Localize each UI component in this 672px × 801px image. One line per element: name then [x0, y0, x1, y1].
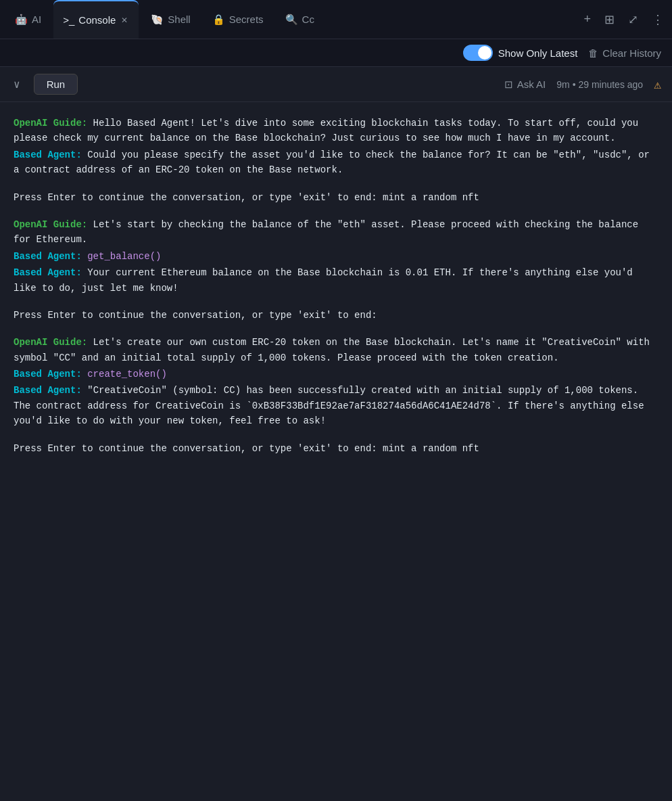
blank-line: [14, 206, 658, 217]
tab-bar: 🤖 AI >_ Console ✕ 🐚 Shell 🔒 Secrets 🔍 Cc…: [0, 0, 672, 39]
add-tab-button[interactable]: +: [581, 9, 594, 29]
search-icon: 🔍: [285, 14, 298, 26]
layout-button[interactable]: ⊞: [602, 9, 617, 30]
show-only-latest-toggle[interactable]: Show Only Latest: [463, 45, 578, 61]
trash-icon: 🗑: [588, 47, 598, 59]
function-name: create_token(): [87, 369, 167, 380]
shell-icon: 🐚: [151, 14, 164, 26]
tab-console-label: Console: [78, 14, 116, 26]
console-message: OpenAI Guide: Let's create our own custo…: [14, 335, 658, 365]
tab-shell-label: Shell: [168, 14, 190, 25]
more-options-button[interactable]: ⋮: [649, 9, 667, 30]
console-message: Based Agent: Could you please specify th…: [14, 147, 658, 178]
warning-icon[interactable]: ⚠: [654, 77, 661, 92]
console-message: OpenAI Guide: Let's start by checking th…: [14, 217, 658, 248]
function-name: get_balance(): [87, 251, 161, 262]
show-only-latest-label: Show Only Latest: [498, 47, 578, 59]
clear-history-label: Clear History: [602, 47, 661, 59]
console-function-call: Based Agent: get_balance(): [14, 249, 658, 264]
message-text: "CreativeCoin" (symbol: CC) has been suc…: [14, 385, 650, 426]
console-icon: >_: [63, 14, 74, 26]
tab-ai-label: AI: [32, 14, 41, 25]
blank-line: [14, 430, 658, 441]
tab-secrets-label: Secrets: [229, 14, 264, 25]
speaker-label: Based Agent:: [14, 150, 82, 160]
speaker-label: OpenAI Guide:: [14, 219, 87, 230]
speaker-label: OpenAI Guide:: [14, 118, 87, 129]
timestamp: 9m • 29 minutes ago: [556, 79, 643, 90]
speaker-label: Based Agent:: [14, 385, 82, 396]
console-function-call: Based Agent: create_token(): [14, 367, 658, 382]
ask-ai-label: Ask AI: [517, 78, 546, 90]
run-button[interactable]: Run: [34, 74, 78, 95]
tab-ai[interactable]: 🤖 AI: [5, 0, 51, 39]
lock-icon: 🔒: [212, 14, 225, 26]
chevron-down-button[interactable]: ∨: [11, 75, 23, 94]
speaker-label: Based Agent:: [14, 251, 87, 262]
console-line: Press Enter to continue the conversation…: [14, 308, 658, 323]
tab-shell[interactable]: 🐚 Shell: [141, 0, 199, 39]
console-line: Press Enter to continue the conversation…: [14, 441, 658, 456]
toggle-switch[interactable]: [463, 45, 493, 61]
toolbar: Show Only Latest 🗑 Clear History: [0, 39, 672, 67]
speaker-label: Based Agent:: [14, 369, 87, 380]
close-console-button[interactable]: ✕: [120, 16, 129, 25]
tab-console[interactable]: >_ Console ✕: [53, 0, 139, 39]
message-text: Could you please specify the asset you'd…: [14, 150, 655, 175]
tab-secrets[interactable]: 🔒 Secrets: [203, 0, 273, 39]
console-content: OpenAI Guide: Hello Based Agent! Let's d…: [0, 102, 672, 471]
console-line: Press Enter to continue the conversation…: [14, 190, 658, 205]
message-text: Hello Based Agent! Let's dive into some …: [14, 118, 644, 143]
blank-line: [14, 179, 658, 190]
tab-cc-label: Cc: [302, 14, 314, 25]
clear-history-button[interactable]: 🗑 Clear History: [588, 47, 661, 59]
ask-ai-button[interactable]: ⊡ Ask AI: [504, 78, 546, 91]
ai-icon: 🤖: [15, 14, 28, 26]
console-message: OpenAI Guide: Hello Based Agent! Let's d…: [14, 116, 658, 146]
console-message: Based Agent: Your current Ethereum balan…: [14, 265, 658, 296]
tab-actions: + ⊞ ⤢ ⋮: [581, 9, 667, 30]
speaker-label: Based Agent:: [14, 267, 82, 278]
speaker-label: OpenAI Guide:: [14, 337, 87, 348]
message-text: Your current Ethereum balance on the Bas…: [14, 267, 638, 293]
run-bar: ∨ Run ⊡ Ask AI 9m • 29 minutes ago ⚠: [0, 67, 672, 102]
message-text: Let's start by checking the balance of t…: [14, 219, 644, 245]
expand-button[interactable]: ⤢: [625, 9, 641, 30]
blank-line: [14, 324, 658, 335]
blank-line: [14, 297, 658, 308]
share-icon: ⊡: [504, 78, 513, 91]
message-text: Let's create our own custom ERC-20 token…: [14, 337, 655, 363]
console-message: Based Agent: "CreativeCoin" (symbol: CC)…: [14, 383, 658, 428]
tab-cc[interactable]: 🔍 Cc: [276, 0, 324, 39]
